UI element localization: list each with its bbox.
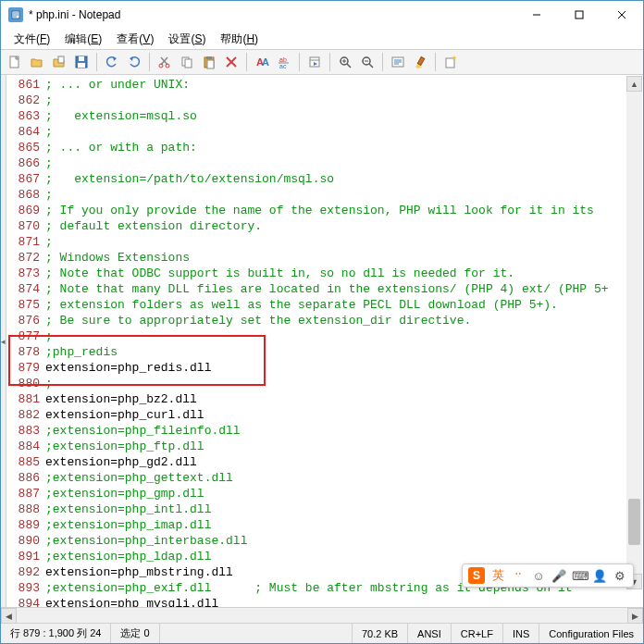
zoom-out-button[interactable] [357,52,378,72]
code-line[interactable]: 883;extension=php_fileinfo.dll [6,423,643,439]
code-line[interactable]: 865; ... or with a path: [6,140,643,155]
ime-comma-icon[interactable]: ● ● ' [511,571,526,580]
code-line[interactable]: 894extension=php_mysqli.dll [6,596,643,607]
code-line[interactable]: 873; Note that ODBC support is built in,… [6,266,643,281]
copy-open-button[interactable] [49,52,69,72]
redo-button[interactable] [124,52,144,72]
new-file-button[interactable] [5,52,25,72]
line-content[interactable]: ; [45,124,643,140]
close-button[interactable] [601,1,643,29]
code-line[interactable]: 871; [6,234,643,250]
line-content[interactable]: ; If you only provide the name of the ex… [45,203,643,218]
code-line[interactable]: 878;php_redis [6,344,643,360]
ime-user-icon[interactable]: 👤 [592,569,607,583]
code-line[interactable]: 890;extension=php_interbase.dll [6,533,643,549]
line-content[interactable]: ; [45,155,643,171]
save-button[interactable] [71,52,92,72]
line-content[interactable]: extension=php_mysqli.dll [45,596,643,607]
line-content[interactable]: ; Note that ODBC support is built in, so… [45,266,643,281]
undo-button[interactable] [102,52,122,72]
zoom-in-button[interactable] [335,52,355,72]
code-line[interactable]: 870; default extension directory. [6,218,643,234]
code-line[interactable]: 882extension=php_curl.dll [6,407,643,423]
line-content[interactable]: ;extension=php_intl.dll [45,502,643,517]
line-content[interactable]: ;extension=php_fileinfo.dll [45,423,643,439]
code-line[interactable]: 880; [6,376,643,391]
menu-e[interactable]: 编辑(E) [57,30,109,49]
code-line[interactable]: 875; extension folders as well as the se… [6,297,643,313]
code-line[interactable]: 879extension=php_redis.dll [6,360,643,376]
line-content[interactable]: ; extension=msql.so [45,108,643,124]
code-line[interactable]: 868; [6,187,643,203]
ime-language[interactable]: 英 [490,567,505,584]
menu-v[interactable]: 查看(V) [109,30,161,49]
line-content[interactable]: ; Be sure to appropriately set the exten… [45,313,643,328]
line-content[interactable]: extension=php_gd2.dll [45,454,643,470]
highlight-button[interactable] [410,52,430,72]
line-content[interactable]: ; ... or under UNIX: [45,77,643,93]
text-editor[interactable]: 861; ... or under UNIX:862;863; extensio… [1,75,643,607]
scroll-track[interactable] [626,92,642,574]
goto-button[interactable] [304,52,325,72]
line-content[interactable]: ; [45,234,643,250]
scroll-thumb[interactable] [628,499,640,545]
replace-button[interactable]: abac [274,52,294,72]
code-line[interactable]: 869; If you only provide the name of the… [6,203,643,218]
open-file-button[interactable] [27,52,47,72]
ime-toolbar[interactable]: S 英 ● ● ' ☺ 🎤 ⌨ 👤 ⚙ [462,564,634,588]
delete-button[interactable] [221,52,242,72]
line-content[interactable]: ;extension=php_ftp.dll [45,439,643,454]
code-line[interactable]: 867; extension=/path/to/extension/msql.s… [6,171,643,187]
scroll-up-arrow[interactable]: ▲ [626,76,642,92]
left-splitter[interactable]: ◂ [1,75,6,607]
ime-keyboard-icon[interactable]: ⌨ [572,569,587,583]
ime-logo-icon[interactable]: S [468,567,485,584]
code-line[interactable]: 874; Note that many DLL files are locate… [6,281,643,297]
hscroll-track[interactable] [17,608,627,623]
code-line[interactable]: 881extension=php_bz2.dll [6,391,643,407]
minimize-button[interactable] [515,1,558,29]
line-content[interactable]: ;extension=php_ldap.dll [45,549,643,564]
ime-settings-icon[interactable]: ⚙ [613,569,627,583]
line-content[interactable]: ; [45,93,643,108]
line-content[interactable]: ;php_redis [45,344,643,360]
code-line[interactable]: 891;extension=php_ldap.dll [6,549,643,564]
line-content[interactable]: extension=php_curl.dll [45,407,643,423]
horizontal-scrollbar[interactable]: ◀ ▶ [1,607,643,623]
paste-button[interactable] [199,52,219,72]
scroll-right-arrow[interactable]: ▶ [627,608,643,624]
code-line[interactable]: 872; Windows Extensions [6,250,643,266]
code-line[interactable]: 876; Be sure to appropriately set the ex… [6,313,643,328]
code-line[interactable]: 862; [6,93,643,108]
line-content[interactable]: ; [45,187,643,203]
cut-button[interactable] [155,52,175,72]
code-line[interactable]: 889;extension=php_imap.dll [6,517,643,533]
ime-voice-icon[interactable]: 🎤 [551,569,566,583]
line-content[interactable]: ;extension=php_gettext.dll [45,470,643,486]
find-button[interactable]: AA [252,52,272,72]
line-content[interactable]: ;extension=php_interbase.dll [45,533,643,549]
settings-star-button[interactable] [440,52,461,72]
code-line[interactable]: 887;extension=php_gmp.dll [6,486,643,502]
scroll-left-arrow[interactable]: ◀ [1,608,17,624]
ime-emoji-icon[interactable]: ☺ [531,569,546,583]
line-content[interactable]: ; default extension directory. [45,218,643,234]
line-content[interactable]: ; ... or with a path: [45,140,643,155]
wordwrap-button[interactable] [388,52,408,72]
code-line[interactable]: 886;extension=php_gettext.dll [6,470,643,486]
line-content[interactable]: ; [45,328,643,344]
menu-f[interactable]: 文件(F) [6,30,57,49]
line-content[interactable]: ; extension folders as well as the separ… [45,297,643,313]
maximize-button[interactable] [558,1,601,29]
line-content[interactable]: ;extension=php_imap.dll [45,517,643,533]
menu-h[interactable]: 帮助(H) [213,30,266,49]
code-line[interactable]: 877; [6,328,643,344]
copy-button[interactable] [177,52,197,72]
code-line[interactable]: 861; ... or under UNIX: [6,77,643,93]
line-content[interactable]: extension=php_redis.dll [45,360,643,376]
vertical-scrollbar[interactable]: ▲ ▼ [626,76,642,589]
menu-s[interactable]: 设置(S) [161,30,213,49]
code-line[interactable]: 884;extension=php_ftp.dll [6,439,643,454]
code-line[interactable]: 885extension=php_gd2.dll [6,454,643,470]
line-content[interactable]: ; Note that many DLL files are located i… [45,281,643,297]
